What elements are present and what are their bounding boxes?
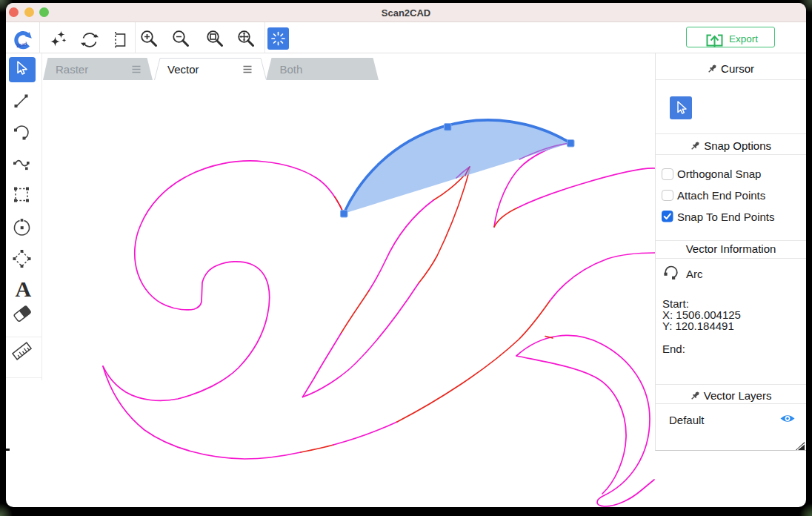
svg-text:Raster: Raster [56, 63, 88, 76]
svg-text:Both: Both [280, 63, 303, 76]
svg-text:A: A [16, 277, 32, 301]
svg-text:Vector: Vector [167, 63, 199, 76]
svg-text:Export: Export [729, 33, 758, 44]
